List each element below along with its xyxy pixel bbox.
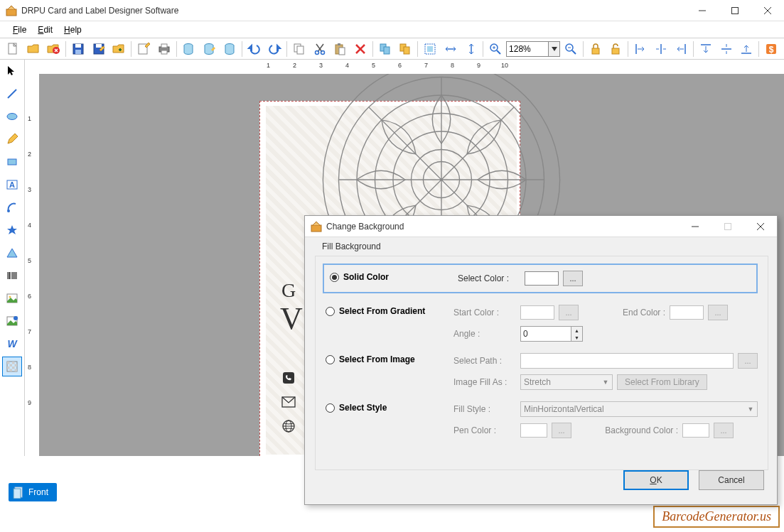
align-left-icon[interactable] xyxy=(630,40,650,58)
radio-style[interactable] xyxy=(326,403,335,413)
print-icon[interactable] xyxy=(154,40,174,58)
fit-width-icon[interactable] xyxy=(441,40,461,58)
image-fill-label: Image Fill As : xyxy=(453,377,516,387)
fit-height-icon[interactable] xyxy=(461,40,481,58)
email-icon xyxy=(281,396,296,408)
close-button[interactable] xyxy=(751,0,784,21)
minimize-button[interactable] xyxy=(686,0,719,21)
dialog-close-button[interactable] xyxy=(744,216,777,237)
svg-rect-98 xyxy=(311,225,321,232)
new-icon[interactable] xyxy=(3,40,23,58)
open-folder-icon[interactable] xyxy=(109,40,129,58)
svg-rect-2 xyxy=(732,7,739,13)
svg-rect-76 xyxy=(7,362,10,364)
wordart-tool[interactable]: W xyxy=(2,334,22,354)
menu-edit[interactable]: Edit xyxy=(32,23,58,36)
edit-icon[interactable] xyxy=(134,40,154,58)
end-color-swatch xyxy=(670,305,704,320)
menu-file[interactable]: File xyxy=(7,23,32,36)
redo-icon[interactable] xyxy=(264,40,284,58)
align-center-h-icon[interactable] xyxy=(651,40,671,58)
image-fill-combo: Stretch▼ xyxy=(520,374,613,390)
select-all-icon[interactable] xyxy=(420,40,440,58)
align-center-v-icon[interactable] xyxy=(716,40,736,58)
bg-color-browse: ... xyxy=(714,423,734,438)
maximize-button[interactable] xyxy=(719,0,751,21)
triangle-tool[interactable] xyxy=(2,243,22,263)
copy-icon[interactable] xyxy=(289,40,309,58)
save-as-icon[interactable] xyxy=(89,40,109,58)
svg-text:A: A xyxy=(9,180,15,189)
price-icon[interactable]: $ xyxy=(761,40,781,58)
svg-rect-82 xyxy=(10,369,13,372)
align-top-icon[interactable] xyxy=(696,40,716,58)
unlock-icon[interactable] xyxy=(606,40,625,58)
zoom-value[interactable]: 128% xyxy=(506,41,549,57)
cut-icon[interactable] xyxy=(310,40,330,58)
path-input xyxy=(520,353,734,369)
svg-point-62 xyxy=(7,210,10,212)
svg-rect-81 xyxy=(12,367,15,369)
dialog-minimize-button[interactable] xyxy=(679,216,711,237)
pointer-tool[interactable] xyxy=(2,61,22,81)
solid-color-browse[interactable]: ... xyxy=(563,271,583,286)
undo-icon[interactable] xyxy=(245,40,264,58)
database-link-icon[interactable] xyxy=(220,40,240,58)
paste-icon[interactable] xyxy=(330,40,350,58)
tab-front[interactable]: Front xyxy=(9,483,57,501)
image-tool[interactable] xyxy=(2,288,22,308)
radio-image[interactable] xyxy=(326,355,335,364)
svg-rect-97 xyxy=(14,489,21,499)
align-right-icon[interactable] xyxy=(672,40,692,58)
options-panel: Solid Color Select Color : ... Select Fr… xyxy=(315,256,768,470)
zoom-in-icon[interactable] xyxy=(485,40,505,58)
svg-rect-17 xyxy=(161,50,167,54)
svg-rect-28 xyxy=(338,43,340,45)
menu-help[interactable]: Help xyxy=(58,23,87,36)
pencil-tool[interactable] xyxy=(2,129,22,149)
ellipse-tool[interactable] xyxy=(2,107,22,126)
close-file-icon[interactable] xyxy=(43,40,63,58)
fill-style-combo: MinHorizontalVertical▼ xyxy=(520,401,758,417)
open-icon[interactable] xyxy=(23,40,43,58)
dialog-title-bar: Change Background xyxy=(305,216,777,237)
ok-button[interactable]: OK xyxy=(623,470,689,490)
database-icon[interactable] xyxy=(179,40,199,58)
bottom-tabs: Front xyxy=(9,482,57,502)
lock-icon[interactable] xyxy=(586,40,606,58)
delete-icon[interactable] xyxy=(350,40,370,58)
zoom-out-icon[interactable] xyxy=(561,40,581,58)
svg-rect-59 xyxy=(8,159,16,165)
solid-color-swatch[interactable] xyxy=(525,271,559,286)
tool-palette: A W xyxy=(0,60,25,456)
clone-icon[interactable] xyxy=(396,40,416,58)
database-edit-icon[interactable] xyxy=(199,40,219,58)
rectangle-tool[interactable] xyxy=(2,152,22,172)
vertical-ruler: 1 2 3 4 5 6 7 8 9 xyxy=(25,60,39,456)
zoom-dropdown[interactable] xyxy=(549,41,560,57)
end-color-label: End Color : xyxy=(616,308,665,317)
style-label: Select Style xyxy=(339,403,387,413)
align-bottom-icon[interactable] xyxy=(737,40,757,58)
library-image-tool[interactable] xyxy=(2,311,22,331)
watermark: BarcodeGenerator.us xyxy=(653,506,780,528)
bg-color-label: Background Color : xyxy=(593,425,678,435)
svg-rect-35 xyxy=(404,47,409,54)
line-tool[interactable] xyxy=(2,84,22,104)
background-tool[interactable] xyxy=(2,357,22,376)
save-icon[interactable] xyxy=(68,40,88,58)
star-tool[interactable] xyxy=(2,220,22,240)
cancel-button[interactable]: Cancel xyxy=(699,470,764,490)
svg-rect-16 xyxy=(161,44,167,48)
svg-line-45 xyxy=(572,50,576,54)
radio-solid-color[interactable] xyxy=(330,273,339,282)
barcode-tool[interactable] xyxy=(2,266,22,286)
text-tool[interactable]: A xyxy=(2,175,22,195)
card-text-partial: G xyxy=(281,279,296,302)
duplicate-icon[interactable] xyxy=(375,40,395,58)
zoom-combo[interactable]: 128% xyxy=(506,41,560,57)
radio-gradient[interactable] xyxy=(326,307,335,316)
arc-tool[interactable] xyxy=(2,197,22,217)
window-controls xyxy=(686,0,784,21)
image-label: Select From Image xyxy=(339,354,415,364)
